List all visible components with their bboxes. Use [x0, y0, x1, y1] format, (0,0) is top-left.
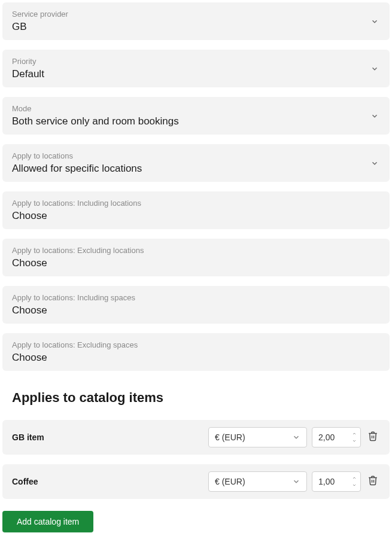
service-provider-value: GB: [12, 21, 380, 33]
priority-value: Default: [12, 68, 380, 80]
excluding-locations-dropdown[interactable]: Apply to locations: Excluding locations …: [2, 239, 390, 276]
apply-locations-dropdown[interactable]: Apply to locations Allowed for specific …: [2, 144, 390, 182]
trash-icon: [367, 431, 378, 444]
currency-value: € (EUR): [215, 477, 245, 486]
excluding-locations-label: Apply to locations: Excluding locations: [12, 246, 380, 255]
price-input[interactable]: 1,00: [312, 471, 361, 492]
priority-dropdown[interactable]: Priority Default: [2, 50, 390, 87]
including-spaces-dropdown[interactable]: Apply to locations: Including spaces Cho…: [2, 286, 390, 324]
apply-locations-value: Allowed for specific locations: [12, 163, 380, 175]
catalog-item-name: Coffee: [12, 477, 203, 486]
including-locations-dropdown[interactable]: Apply to locations: Including locations …: [2, 191, 390, 229]
including-locations-label: Apply to locations: Including locations: [12, 199, 380, 208]
service-provider-dropdown[interactable]: Service provider GB: [2, 2, 390, 40]
catalog-item-name: GB item: [12, 433, 203, 442]
priority-label: Priority: [12, 57, 380, 66]
stepper-up-icon[interactable]: [351, 430, 358, 437]
including-locations-value: Choose: [12, 210, 380, 222]
catalog-item-row: Coffee € (EUR) 1,00: [2, 464, 390, 499]
including-spaces-value: Choose: [12, 304, 380, 316]
catalog-items-heading: Applies to catalog items: [12, 390, 390, 406]
apply-locations-label: Apply to locations: [12, 151, 380, 160]
mode-dropdown[interactable]: Mode Both service only and room bookings: [2, 97, 390, 135]
add-catalog-item-button[interactable]: Add catalog item: [2, 511, 93, 532]
catalog-item-row: GB item € (EUR) 2,00: [2, 420, 390, 455]
mode-label: Mode: [12, 104, 380, 113]
chevron-down-icon: [370, 17, 379, 26]
chevron-down-icon: [292, 433, 300, 441]
excluding-locations-value: Choose: [12, 257, 380, 269]
delete-button[interactable]: [366, 474, 380, 489]
service-provider-label: Service provider: [12, 10, 380, 19]
chevron-down-icon: [292, 477, 300, 486]
stepper-down-icon[interactable]: [351, 482, 358, 489]
excluding-spaces-label: Apply to locations: Excluding spaces: [12, 340, 380, 349]
stepper-up-icon[interactable]: [351, 474, 358, 482]
currency-select[interactable]: € (EUR): [208, 427, 307, 447]
excluding-spaces-value: Choose: [12, 352, 380, 364]
price-value: 2,00: [318, 433, 335, 442]
price-value: 1,00: [318, 477, 335, 486]
excluding-spaces-dropdown[interactable]: Apply to locations: Excluding spaces Cho…: [2, 333, 390, 371]
chevron-down-icon: [370, 159, 379, 167]
price-input[interactable]: 2,00: [312, 427, 361, 447]
stepper-down-icon[interactable]: [351, 437, 358, 444]
delete-button[interactable]: [366, 430, 380, 444]
chevron-down-icon: [370, 112, 379, 120]
chevron-down-icon: [370, 65, 379, 73]
including-spaces-label: Apply to locations: Including spaces: [12, 293, 380, 302]
mode-value: Both service only and room bookings: [12, 115, 380, 127]
trash-icon: [367, 475, 378, 488]
currency-value: € (EUR): [215, 433, 245, 442]
currency-select[interactable]: € (EUR): [208, 471, 307, 492]
